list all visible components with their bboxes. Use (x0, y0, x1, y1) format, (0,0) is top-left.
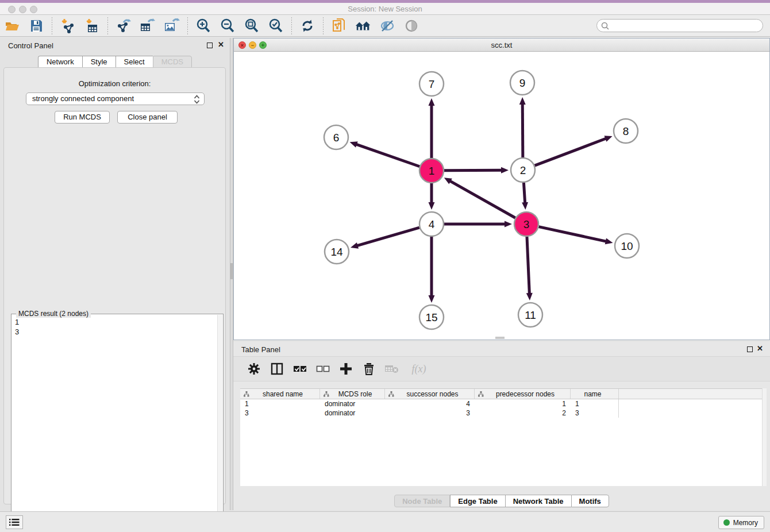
graph-edge-arrowhead (519, 97, 526, 105)
tab-node-table[interactable]: Node Table (394, 495, 450, 507)
delete-table-icon[interactable] (383, 360, 401, 377)
graph-node-label: 10 (621, 240, 633, 252)
table-row[interactable]: 1dominator411 (240, 399, 764, 408)
close-table-panel-icon[interactable]: ✕ (757, 344, 763, 353)
tab-network-table[interactable]: Network Table (505, 495, 571, 507)
tab-motifs[interactable]: Motifs (571, 495, 609, 507)
export-image-icon[interactable] (163, 17, 180, 34)
table-cell-shared_name[interactable]: 3 (240, 408, 320, 418)
close-panel-icon[interactable]: ✕ (218, 40, 224, 49)
hierarchy-icon (478, 391, 484, 397)
table-cell-successor_nodes[interactable]: 3 (385, 408, 475, 418)
column-selector-icon[interactable] (268, 360, 286, 377)
graph-edge-arrowhead (605, 136, 613, 141)
tab-mcds[interactable]: MCDS (153, 56, 192, 68)
save-session-icon[interactable] (28, 17, 45, 34)
zoom-out-icon[interactable] (219, 17, 236, 34)
table-scrollbar[interactable] (762, 388, 767, 486)
export-network-icon[interactable] (115, 17, 132, 34)
graph-edge-arrowhead (522, 202, 528, 210)
select-all-icon[interactable] (291, 360, 309, 377)
table-panel-title: Table Panel (241, 345, 280, 354)
hierarchy-icon (324, 391, 329, 397)
result-scrollbar[interactable] (217, 315, 222, 529)
run-mcds-button[interactable]: Run MCDS (55, 111, 110, 124)
memory-button[interactable]: Memory (718, 516, 764, 529)
graph-edge-1-2[interactable] (444, 170, 502, 171)
show-all-icon[interactable] (403, 17, 420, 34)
network-view-window: × − + scc.txt 7968124314101511 (233, 38, 770, 340)
tab-edge-table[interactable]: Edge Table (450, 495, 505, 507)
gear-icon[interactable] (245, 360, 263, 377)
mcds-result-box: MCDS result (2 nodes) 13 (11, 314, 224, 530)
graph-edge-arrowhead (429, 295, 435, 303)
delete-column-icon[interactable] (360, 360, 378, 377)
task-history-button[interactable] (6, 515, 23, 529)
hide-selected-icon[interactable] (379, 17, 396, 34)
import-network-icon[interactable] (59, 17, 76, 34)
network-canvas[interactable]: 7968124314101511 (234, 52, 769, 340)
graph-edge-3-10[interactable] (538, 227, 606, 242)
table-cell-successor_nodes[interactable]: 4 (385, 399, 475, 408)
zoom-fit-icon[interactable] (243, 17, 260, 34)
export-table-icon[interactable] (139, 17, 156, 34)
splitter-handle[interactable] (230, 263, 233, 279)
zoom-selected-icon[interactable] (267, 17, 284, 34)
tab-select[interactable]: Select (116, 56, 153, 68)
tab-style[interactable]: Style (82, 56, 116, 68)
table-cell-predecessor_nodes[interactable]: 1 (475, 399, 571, 408)
table-panel-header: Table Panel ✕ (233, 342, 770, 357)
search-box[interactable] (596, 19, 763, 32)
open-session-icon[interactable] (3, 17, 21, 34)
graph-edge-3-11[interactable] (527, 237, 529, 294)
toolbar-separator (323, 17, 324, 34)
close-panel-button[interactable]: Close panel (117, 111, 178, 124)
deselect-all-icon[interactable] (314, 360, 332, 377)
graph-edge-4-14[interactable] (357, 228, 419, 246)
column-header-successor-nodes[interactable]: successor nodes (385, 389, 475, 399)
node-table-body: 1dominator4113dominator323 (240, 399, 764, 418)
table-cell-mcds_role[interactable]: dominator (320, 399, 385, 408)
table-cell-shared_name[interactable]: 1 (240, 399, 320, 408)
zoom-in-icon[interactable] (195, 17, 212, 34)
graph-node-label: 4 (429, 218, 435, 230)
column-header-shared-name[interactable]: shared name (240, 389, 320, 399)
table-cell-predecessor_nodes[interactable]: 2 (475, 408, 571, 418)
refresh-icon[interactable] (299, 17, 316, 34)
table-cell-name[interactable]: 3 (571, 408, 619, 418)
table-cell-mcds_role[interactable]: dominator (320, 408, 385, 418)
table-cell-name[interactable]: 1 (571, 399, 619, 408)
optimization-criterion-select[interactable]: strongly connected component (26, 92, 205, 105)
column-header-predecessor-nodes[interactable]: predecessor nodes (475, 389, 571, 399)
column-header-name[interactable]: name (571, 389, 619, 399)
control-panel: Control Panel ✕ Network Style Select MCD… (0, 38, 230, 510)
float-panel-icon[interactable] (207, 43, 213, 48)
window-title: Session: New Session (0, 5, 770, 13)
add-column-icon[interactable] (337, 360, 355, 377)
horizontal-splitter-handle[interactable] (495, 337, 505, 339)
graph-edge-2-3[interactable] (523, 183, 525, 203)
table-row[interactable]: 3dominator323 (240, 408, 764, 418)
graph-edge-3-1[interactable] (449, 181, 515, 218)
graph-node-label: 9 (519, 77, 526, 89)
graph-edge-arrowhead (351, 242, 359, 249)
clone-network-icon[interactable] (330, 17, 348, 34)
network-window-titlebar[interactable]: × − + scc.txt (234, 38, 769, 52)
graph-edge-arrowhead (429, 98, 435, 106)
hierarchy-icon (388, 391, 394, 397)
column-header-mcds-role[interactable]: MCDS role (320, 389, 385, 399)
graph-edge-2-9[interactable] (522, 103, 523, 157)
import-table-icon[interactable] (83, 17, 101, 34)
search-input[interactable] (610, 21, 763, 31)
graph-node-label: 6 (333, 132, 340, 144)
graph-edge-1-6[interactable] (356, 144, 419, 167)
first-neighbors-icon[interactable] (355, 17, 372, 34)
list-icon (9, 518, 20, 526)
float-table-panel-icon[interactable] (747, 346, 753, 352)
tab-network[interactable]: Network (38, 56, 82, 68)
control-panel-header: Control Panel ✕ (0, 38, 230, 53)
graph-edge-arrowhead (605, 238, 613, 245)
graph-edge-2-8[interactable] (535, 138, 607, 165)
function-builder-icon[interactable]: f(x) (406, 360, 432, 377)
toolbar-separator (52, 17, 52, 34)
